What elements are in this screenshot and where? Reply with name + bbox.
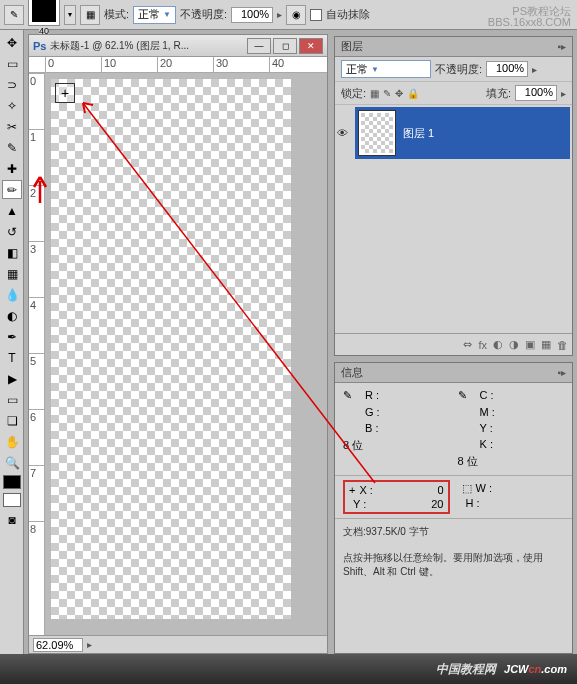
stamp-tool[interactable]: ▲ <box>2 201 22 220</box>
move-tool[interactable]: ✥ <box>2 33 22 52</box>
mask-icon[interactable]: ◐ <box>493 338 503 351</box>
lock-position-icon[interactable]: ✥ <box>395 88 403 99</box>
link-icon[interactable]: ⇔ <box>463 338 472 351</box>
eyedropper-tool[interactable]: ✎ <box>2 138 22 157</box>
close-button[interactable]: ✕ <box>299 38 323 54</box>
path-tool[interactable]: ▶ <box>2 369 22 388</box>
tools-panel: ✥ ▭ ⊃ ✧ ✂ ✎ ✚ ✏ ▲ ↺ ◧ ▦ 💧 ◐ ✒ T ▶ ▭ ❏ ✋ … <box>0 30 24 654</box>
status-flyout-icon[interactable]: ▸ <box>87 639 92 650</box>
shape-tool[interactable]: ▭ <box>2 390 22 409</box>
doc-size-info: 文档:937.5K/0 字节 <box>335 519 572 545</box>
document-window: Ps 未标题-1 @ 62.1% (图层 1, R... — ◻ ✕ 01020… <box>28 34 328 654</box>
layers-footer: ⇔ fx ◐ ◑ ▣ ▦ 🗑 <box>335 333 572 355</box>
layer-item[interactable]: 图层 1 <box>355 107 570 159</box>
new-layer-icon[interactable]: ▦ <box>541 338 551 351</box>
mode-value: 正常 <box>138 7 160 22</box>
document-statusbar: 62.09% ▸ <box>29 635 327 653</box>
eraser-tool[interactable]: ◧ <box>2 243 22 262</box>
watermark: PS教程论坛 BBS.16xx8.COM <box>488 6 571 28</box>
auto-erase-label: 自动抹除 <box>326 7 370 22</box>
tool-preset-icon[interactable]: ✎ <box>4 5 24 25</box>
lock-all-icon[interactable]: 🔒 <box>407 88 419 99</box>
brush-preview[interactable] <box>28 0 60 26</box>
pen-tool[interactable]: ✒ <box>2 327 22 346</box>
layer-thumbnail[interactable] <box>359 111 395 155</box>
type-tool[interactable]: T <box>2 348 22 367</box>
ruler-horizontal: 010203040 <box>29 57 327 73</box>
3d-tool[interactable]: ❏ <box>2 411 22 430</box>
panel-menu-icon[interactable]: ▪▸ <box>557 367 566 378</box>
gradient-tool[interactable]: ▦ <box>2 264 22 283</box>
layers-list: 👁 图层 1 <box>335 105 572 333</box>
minimize-button[interactable]: — <box>247 38 271 54</box>
heal-tool[interactable]: ✚ <box>2 159 22 178</box>
layer-opacity-label: 不透明度: <box>435 62 482 77</box>
canvas[interactable]: + <box>45 73 327 635</box>
fx-icon[interactable]: fx <box>478 339 487 351</box>
zoom-tool[interactable]: 🔍 <box>2 453 22 472</box>
auto-erase-checkbox[interactable] <box>310 9 322 21</box>
marquee-tool[interactable]: ▭ <box>2 54 22 73</box>
xy-readout: +X :0 Y :20 <box>343 480 450 514</box>
maximize-button[interactable]: ◻ <box>273 38 297 54</box>
crop-tool[interactable]: ✂ <box>2 117 22 136</box>
layers-panel: 图层 ▪▸ 正常▼ 不透明度: 100% ▸ 锁定: ▦ ✎ ✥ 🔒 填充: 1… <box>334 36 573 356</box>
document-title: 未标题-1 @ 62.1% (图层 1, R... <box>50 39 247 53</box>
layers-tab[interactable]: 图层 ▪▸ <box>335 37 572 57</box>
mode-label: 模式: <box>104 7 129 22</box>
document-titlebar[interactable]: Ps 未标题-1 @ 62.1% (图层 1, R... — ◻ ✕ <box>29 35 327 57</box>
tablet-pressure-icon[interactable]: ◉ <box>286 5 306 25</box>
site-footer: 中国教程网 JCW cn .com <box>0 654 577 684</box>
ruler-vertical: 012345678 <box>29 73 45 635</box>
quickmask-toggle[interactable]: ◙ <box>2 510 22 529</box>
chevron-down-icon: ▼ <box>163 10 171 19</box>
history-brush-tool[interactable]: ↺ <box>2 222 22 241</box>
lasso-tool[interactable]: ⊃ <box>2 75 22 94</box>
blend-mode-select[interactable]: 正常▼ <box>341 60 431 78</box>
brush-cursor: + <box>55 83 75 103</box>
group-icon[interactable]: ▣ <box>525 338 535 351</box>
layer-name: 图层 1 <box>403 126 434 141</box>
wand-tool[interactable]: ✧ <box>2 96 22 115</box>
dodge-tool[interactable]: ◐ <box>2 306 22 325</box>
lock-label: 锁定: <box>341 86 366 101</box>
adjustment-icon[interactable]: ◑ <box>509 338 519 351</box>
background-color[interactable] <box>3 493 21 507</box>
opacity-label: 不透明度: <box>180 7 227 22</box>
zoom-input[interactable]: 62.09% <box>33 638 83 652</box>
foreground-color[interactable] <box>3 475 21 489</box>
hand-tool[interactable]: ✋ <box>2 432 22 451</box>
options-bar: ✎ 40 ▾ ▦ 模式: 正常 ▼ 不透明度: 100% ▸ ◉ 自动抹除 PS… <box>0 0 577 30</box>
tool-hint: 点按并拖移以任意绘制。要用附加选项，使用 Shift、Alt 和 Ctrl 键。 <box>335 545 572 585</box>
info-panel: 信息 ▪▸ ✎R : G : B : 8 位 ✎C : M : Y : K : … <box>334 362 573 654</box>
opacity-input[interactable]: 100% <box>231 7 273 23</box>
ps-icon: Ps <box>33 40 46 52</box>
transparent-canvas <box>51 79 291 619</box>
pencil-tool[interactable]: ✏ <box>2 180 22 199</box>
layer-opacity-input[interactable]: 100% <box>486 61 528 77</box>
blur-tool[interactable]: 💧 <box>2 285 22 304</box>
fill-label: 填充: <box>486 86 511 101</box>
delete-icon[interactable]: 🗑 <box>557 339 568 351</box>
brush-panel-icon[interactable]: ▦ <box>80 5 100 25</box>
opacity-flyout-icon[interactable]: ▸ <box>277 9 282 20</box>
lock-transparent-icon[interactable]: ▦ <box>370 88 379 99</box>
brush-dropdown[interactable]: ▾ <box>64 5 76 25</box>
info-tab[interactable]: 信息 ▪▸ <box>335 363 572 383</box>
visibility-toggle[interactable]: 👁 <box>335 126 349 140</box>
panel-menu-icon[interactable]: ▪▸ <box>557 41 566 52</box>
fill-input[interactable]: 100% <box>515 85 557 101</box>
lock-pixels-icon[interactable]: ✎ <box>383 88 391 99</box>
mode-select[interactable]: 正常 ▼ <box>133 6 176 24</box>
